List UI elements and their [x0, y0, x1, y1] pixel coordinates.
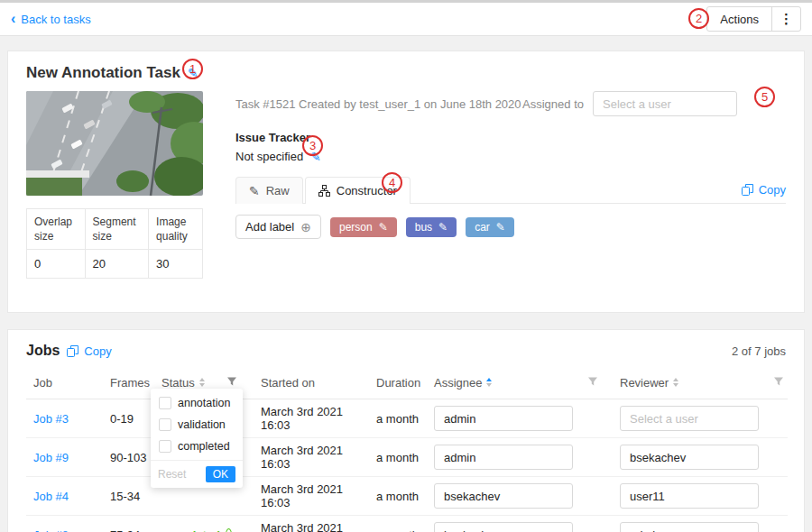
job-4-started: March 3rd 2021 16:03 [254, 477, 369, 516]
add-label-text: Add label [245, 220, 294, 234]
job-8-reviewer-input[interactable] [620, 522, 759, 532]
labels-constructor-content: Add label ⊕ person ✎ bus ✎ [235, 204, 786, 298]
annotation-marker-2: 2 [688, 8, 709, 29]
col-assignee-label: Assignee [434, 376, 482, 390]
label-chip-person[interactable]: person ✎ [330, 217, 397, 237]
job-3-frames: 0-19 [103, 399, 154, 438]
job-3-duration: a month [369, 399, 427, 438]
col-frames: Frames [103, 366, 154, 399]
actions-button-label[interactable]: Actions [707, 7, 771, 31]
image-quality-header: Image quality [149, 209, 203, 250]
job-8-assignee-input[interactable] [434, 522, 573, 532]
task-title: New Annotation Task [26, 64, 180, 82]
assignee-sort-control[interactable] [486, 375, 492, 390]
jobs-table: Job Frames Status Started on Duration [26, 366, 788, 532]
actions-button[interactable]: Actions ⋮ [706, 6, 801, 32]
job-8-duration: a month [369, 516, 427, 532]
job-4-duration: a month [369, 477, 427, 516]
task-assignee-input[interactable] [593, 91, 737, 116]
validation-option-label: validation [178, 418, 226, 431]
col-assignee-filter [580, 366, 613, 399]
col-job: Job [26, 366, 103, 399]
reviewer-filter-icon[interactable] [773, 376, 784, 387]
segment-size-header: Segment size [85, 209, 149, 250]
col-reviewer-filter [766, 366, 788, 399]
labels-row: Add label ⊕ person ✎ bus ✎ [235, 215, 786, 239]
copy-icon [67, 345, 78, 357]
label-car-name: car [475, 221, 490, 234]
job-row-9: Job #9 90-103 March 3rd 2021 16:03 a mon… [26, 438, 788, 477]
copy-jobs-link[interactable]: Copy [67, 344, 111, 358]
job-9-link[interactable]: Job #9 [33, 451, 69, 464]
col-duration: Duration [369, 366, 427, 399]
task-page: ‹ Back to tasks Actions ⋮ New Annotation… [0, 0, 812, 532]
edit-label-person-icon[interactable]: ✎ [379, 222, 388, 233]
edit-label-car-icon[interactable]: ✎ [496, 222, 505, 233]
job-8-started: March 3rd 2021 16:03 [254, 516, 369, 532]
status-filter-icon[interactable] [226, 376, 237, 387]
filter-ok-button[interactable]: OK [206, 466, 235, 482]
overlap-size-value: 0 [27, 250, 86, 279]
job-3-assignee-input[interactable] [434, 406, 573, 431]
jobs-title: Jobs [26, 343, 60, 359]
tab-raw[interactable]: ✎ Raw [235, 177, 303, 204]
filter-option-validation[interactable]: validation [151, 414, 243, 436]
edit-label-bus-icon[interactable]: ✎ [438, 222, 448, 233]
assigned-to-group: Assigned to [522, 91, 737, 116]
job-3-reviewer-filler [766, 399, 788, 438]
assignee-filter-icon[interactable] [587, 376, 598, 387]
job-4-assignee-filler [580, 477, 613, 516]
job-8-status-filler [219, 516, 254, 532]
labels-tabs-block: ✎ Raw Constructor [235, 176, 786, 298]
raw-tab-label: Raw [266, 184, 290, 197]
job-8-frames: 75-94 [103, 516, 154, 532]
filter-dropdown-footer: Reset OK [151, 460, 243, 488]
job-4-reviewer-filler [766, 477, 788, 516]
job-8-assignee-filler [580, 516, 613, 532]
status-sort-control[interactable] [199, 375, 205, 390]
job-9-assignee-filler [580, 438, 613, 477]
col-status-label: Status [161, 376, 195, 390]
back-to-tasks-link[interactable]: ‹ Back to tasks [11, 12, 91, 26]
reviewer-sort-control[interactable] [673, 375, 678, 390]
segment-size-value: 20 [85, 250, 149, 279]
job-4-assignee-input[interactable] [434, 483, 573, 509]
job-8-status: completed ? [154, 516, 219, 532]
raw-tab-icon: ✎ [249, 185, 260, 197]
col-started: Started on [254, 366, 369, 399]
annotation-marker-5: 5 [754, 87, 775, 107]
jobs-card: Jobs Copy 2 of 7 jobs Job Frames S [7, 329, 805, 532]
job-row-8: Job #8 75-94 completed ? March 3rd 2021 … [26, 516, 788, 532]
constructor-tab-icon [318, 185, 330, 197]
completed-checkbox[interactable] [159, 440, 171, 453]
annotation-checkbox[interactable] [159, 397, 171, 409]
job-9-assignee-input[interactable] [434, 445, 573, 470]
col-reviewer-label: Reviewer [620, 376, 669, 390]
jobs-count: 2 of 7 jobs [732, 344, 786, 358]
task-parameters-table: Overlap size Segment size Image quality … [26, 208, 203, 279]
annotation-marker-3: 3 [302, 135, 323, 156]
more-options-icon[interactable]: ⋮ [771, 7, 800, 31]
filter-option-annotation[interactable]: annotation [151, 392, 243, 414]
annotation-marker-1: 1 [182, 59, 203, 79]
annotation-marker-4: 4 [382, 172, 402, 193]
job-8-link[interactable]: Job #8 [33, 528, 69, 532]
label-chip-bus[interactable]: bus ✎ [406, 217, 457, 237]
copy-labels-link[interactable]: Copy [742, 183, 786, 203]
job-3-link[interactable]: Job #3 [33, 412, 69, 426]
task-left-column: Overlap size Segment size Image quality … [26, 91, 203, 298]
filter-option-completed[interactable]: completed [151, 436, 243, 457]
add-label-button[interactable]: Add label ⊕ [235, 215, 321, 239]
filter-reset-button[interactable]: Reset [158, 468, 186, 481]
job-8-status-text: completed [161, 528, 220, 532]
label-chip-car[interactable]: car ✎ [466, 217, 514, 237]
task-meta-row: Task #1521 Created by test_user_1 on Jun… [235, 91, 786, 116]
job-4-link[interactable]: Job #4 [33, 490, 69, 503]
validation-checkbox[interactable] [159, 418, 171, 431]
jobs-table-header-row: Job Frames Status Started on Duration [26, 366, 788, 399]
job-4-reviewer-input[interactable] [620, 483, 759, 509]
job-3-reviewer-input[interactable] [620, 406, 759, 431]
labels-tab-bar: ✎ Raw Constructor [235, 176, 786, 204]
overlap-size-header: Overlap size [27, 209, 86, 250]
job-9-reviewer-input[interactable] [620, 445, 759, 470]
